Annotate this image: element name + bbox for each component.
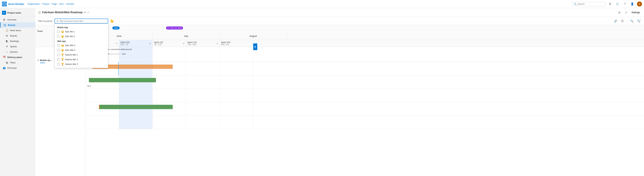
gantt-row-1-content: Lorem ipsum dolor sit amet, consectetur … xyxy=(87,48,642,55)
user-settings-button[interactable]: 👤 xyxy=(630,1,635,7)
sidebar-item-work-items-label: Work items xyxy=(10,29,21,32)
breadcrumb-number[interactable]: Number xyxy=(66,3,74,5)
filter-input-box[interactable]: ⊘ xyxy=(54,18,108,24)
personas-icon: 👥 xyxy=(3,66,6,69)
dropdown-item-epic2[interactable]: 👑 Epic tite 2 xyxy=(55,34,108,39)
gantt-row-1: Lorem ipsum dolor sit amet, consectetur … xyxy=(86,47,644,62)
top-bar-actions: 🔍 ☰ 🛒 ? 👤 A xyxy=(572,1,642,7)
sidebar-item-overview-label: Overview xyxy=(8,18,16,21)
logo[interactable]: Azure DevOps xyxy=(2,2,24,6)
gantt-row-1-progress: 65% xyxy=(87,53,642,55)
gantt-col-6-1 xyxy=(86,116,119,129)
page-title-dropdown-icon[interactable]: ▼ xyxy=(84,11,86,14)
dropdown-item-epic4-label: Epic title 4 xyxy=(65,49,75,51)
separator-1 xyxy=(627,19,627,23)
filter-toggle-button[interactable]: ⊘ xyxy=(617,10,622,15)
dropdown-item-feature1-checkbox[interactable] xyxy=(57,54,60,56)
dropdown-item-epic2-label: Epic tite 2 xyxy=(65,35,75,38)
sprint-151-add-button[interactable]: + xyxy=(182,42,185,45)
sprint-149-add-button[interactable]: + xyxy=(115,42,118,45)
list-icon-button[interactable]: ☰ xyxy=(620,18,625,24)
gantt-header: today FY 2023 Q1 Start June July August xyxy=(86,25,644,47)
dropdown-group-web-app: Web app xyxy=(55,39,108,43)
breadcrumb-item[interactable]: Item xyxy=(60,3,64,5)
project-name: Project name xyxy=(8,12,21,14)
epic-icon-3: 👑 xyxy=(61,44,64,47)
breadcrumb-org[interactable]: Organization xyxy=(28,3,40,5)
dropdown-item-feature3[interactable]: 🏆 feature title 3 xyxy=(55,62,108,66)
plans-icon: ▤ xyxy=(5,61,8,64)
sidebar-item-plans[interactable]: ▤ Plans xyxy=(0,60,35,65)
gantt-area: today FY 2023 Q1 Start June July August xyxy=(86,25,644,176)
sidebar-item-backlogs[interactable]: ◧ Backlogs xyxy=(0,38,35,44)
dropdown-item-epic3-checkbox[interactable] xyxy=(57,44,60,46)
dropdown-group-mobile-app: Mobile App xyxy=(55,25,108,29)
sidebar-item-personas[interactable]: 👥 Personas xyxy=(0,65,35,70)
expand-button[interactable]: ⤢ xyxy=(623,10,629,15)
today-marker: today xyxy=(112,26,120,30)
gantt-row-1-progress-label: progress xyxy=(87,50,642,53)
sidebar-item-plans-label: Plans xyxy=(10,61,16,64)
breadcrumb-sep-2: / xyxy=(50,3,51,5)
gantt-col-5-5 xyxy=(220,102,253,116)
breadcrumb-page[interactable]: Page xyxy=(52,3,57,5)
gantt-row-5-bar xyxy=(99,105,173,109)
filter-input-wrapper: ⊘ 👆 Mobile App 👑 Epic tite 1 xyxy=(54,18,108,24)
breadcrumb: Organization / Project / Page / Item / N… xyxy=(28,3,572,5)
page-header: 📋 Fabrikam Mobile/Web Roadmap ▼ ☆ ⊘ ⤢ Se… xyxy=(35,8,644,17)
zoom-in-button[interactable]: +🔍 xyxy=(636,18,641,24)
zoom-out-button[interactable]: 🔍 xyxy=(629,18,634,24)
gantt-row-1-text: Lorem ipsum dolor sit amet, consectetur … xyxy=(87,48,642,50)
dropdown-item-epic4-checkbox[interactable] xyxy=(57,49,60,51)
fy-marker: FY 2023 Q1 Start xyxy=(166,26,183,30)
gantt-row-5 xyxy=(86,102,644,116)
list-view-button[interactable]: ☰ xyxy=(608,1,613,7)
gantt-rows: Lorem ipsum dolor sit amet, consectetur … xyxy=(86,47,644,129)
project-header: C Project name xyxy=(0,10,35,17)
sprint-150-add-button[interactable]: + xyxy=(148,42,152,45)
dropdown-item-epic2-checkbox[interactable] xyxy=(57,35,60,38)
queries-icon: ⌕ xyxy=(5,50,8,53)
sidebar-item-work-items[interactable]: 📋 Work items xyxy=(0,28,35,33)
dropdown-item-feature2[interactable]: 🏆 feature title 2 xyxy=(55,57,108,62)
delivery-plans-icon: 📅 xyxy=(3,56,6,58)
sidebar-item-boards-sub[interactable]: ⊟ Boards xyxy=(0,33,35,38)
breadcrumb-sep-3: / xyxy=(58,3,59,5)
dropdown-item-epic1-checkbox[interactable] xyxy=(57,30,60,33)
sprint-153-dates: 8/15 - 9/2 xyxy=(221,44,230,46)
sprint-152-add-button[interactable]: + xyxy=(216,42,219,45)
dropdown-item-feature3-checkbox[interactable] xyxy=(57,63,60,65)
dropdown-item-feature2-checkbox[interactable] xyxy=(57,58,60,61)
feature-icon-1: 🏆 xyxy=(61,54,64,56)
page-title-star-icon[interactable]: ☆ xyxy=(87,11,90,14)
settings-button[interactable]: Settings xyxy=(630,10,641,14)
link-icon-button[interactable]: 🔗 xyxy=(613,18,618,24)
sprint-151: Sprint 151 7/4 - 7/22 + xyxy=(152,40,186,47)
help-button[interactable]: ? xyxy=(622,1,628,7)
filter-parent-input[interactable] xyxy=(60,20,103,22)
dropdown-item-feature3-label: feature title 3 xyxy=(65,63,78,65)
sidebar-item-overview[interactable]: ⊞ Overview xyxy=(0,17,35,22)
bag-icon-button[interactable]: 🛒 xyxy=(615,1,620,7)
dropdown-item-epic1[interactable]: 👑 Epic tite 1 xyxy=(55,29,108,34)
boards-sub-icon: ⊟ xyxy=(5,34,8,37)
dropdown-item-epic1-label: Epic tite 1 xyxy=(65,30,75,33)
avatar[interactable]: A xyxy=(637,2,642,6)
sidebar-item-queries-label: Queries xyxy=(10,50,18,53)
sidebar-item-sprints[interactable]: ↺ Sprints xyxy=(0,44,35,49)
dropdown-item-epic4[interactable]: 👑 Epic title 4 xyxy=(55,48,108,52)
filter-by-parent-label: Filter by parent xyxy=(38,20,52,22)
sprint-151-dates: 7/4 - 7/22 xyxy=(154,44,163,46)
dropdown-item-epic3[interactable]: 👑 Epic title 3 xyxy=(55,43,108,48)
dropdown-item-feature1[interactable]: 🏆 feature title 1 xyxy=(55,52,108,57)
sidebar-item-queries[interactable]: ⌕ Queries xyxy=(0,49,35,54)
search-box[interactable]: 🔍 xyxy=(572,2,606,6)
backlogs-icon: ◧ xyxy=(5,40,8,42)
breadcrumb-project[interactable]: Project xyxy=(42,3,49,5)
sidebar-item-delivery-plans[interactable]: 📅 Delivery plans xyxy=(0,54,35,60)
search-input[interactable] xyxy=(578,3,604,5)
logo-text: Azure DevOps xyxy=(8,3,24,5)
breadcrumb-sep-1: / xyxy=(41,3,42,5)
collapse-icon[interactable]: ▼ xyxy=(37,59,39,61)
sidebar-item-boards[interactable]: ◫ Boards xyxy=(0,22,35,28)
